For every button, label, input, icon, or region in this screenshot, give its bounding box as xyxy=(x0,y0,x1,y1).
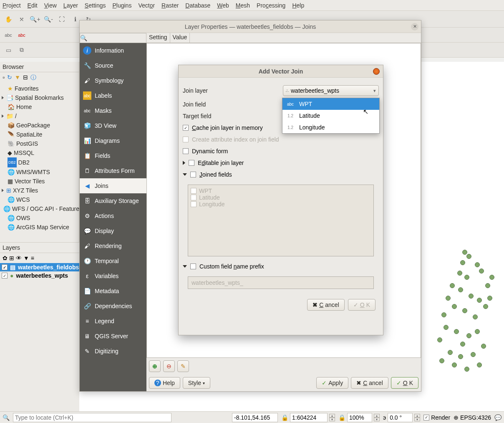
rotation-input[interactable] xyxy=(388,413,413,422)
sidebar-search-input[interactable] xyxy=(80,33,146,43)
dropdown-item-longitude[interactable]: 1.2 Longitude xyxy=(282,122,379,133)
menu-database[interactable]: Database xyxy=(185,2,210,9)
layer-checkbox[interactable] xyxy=(2,273,8,279)
menubar[interactable]: Project Edit View Layer Settings Plugins… xyxy=(0,0,504,11)
pan-icon[interactable]: ✋ xyxy=(3,13,14,25)
visibility-icon[interactable]: 👁 xyxy=(16,255,22,261)
expand-icon[interactable] xyxy=(183,173,187,176)
tab-display[interactable]: 💬Display xyxy=(80,223,146,238)
zoom-in-icon[interactable]: 🔍+ xyxy=(29,13,41,25)
close-icon[interactable]: ✕ xyxy=(411,23,418,30)
close-icon[interactable] xyxy=(373,68,380,75)
refresh-icon[interactable]: ↻ xyxy=(7,74,12,81)
add-group-icon[interactable]: ⊞ xyxy=(9,255,14,261)
zoom-full-icon[interactable]: ⛶ xyxy=(56,13,68,25)
wrench-icon: 🔧 xyxy=(83,61,91,70)
tab-information[interactable]: iInformation xyxy=(80,43,146,58)
browser-tree[interactable]: ★Favorites 📑Spatial Bookmarks 🏠Home 📁/ 📦… xyxy=(0,83,79,233)
filter-icon[interactable]: ▼ xyxy=(15,74,20,81)
add-join-button[interactable]: ⊕ xyxy=(149,360,161,372)
copy-icon[interactable]: ⧉ xyxy=(16,44,28,56)
help-button[interactable]: ?Help xyxy=(149,377,180,389)
expand-icon[interactable]: ≡ xyxy=(31,255,34,261)
collapse-icon[interactable]: ⊟ xyxy=(23,74,28,81)
tab-digitizing[interactable]: ✎Digitizing xyxy=(80,344,146,359)
join-field-dropdown[interactable]: abc WPT 1.2 Latitude 1.2 Longitude xyxy=(282,98,380,134)
messages-icon[interactable]: 💬 xyxy=(494,414,501,421)
prefix-checkbox[interactable] xyxy=(190,263,196,269)
cancel-button[interactable]: ✖Cancel xyxy=(351,377,388,389)
crs-label[interactable]: EPSG:4326 xyxy=(460,414,491,421)
menu-help[interactable]: Help xyxy=(292,2,304,9)
expand-icon[interactable] xyxy=(183,265,187,268)
coords-input[interactable] xyxy=(232,413,278,422)
menu-web[interactable]: Web xyxy=(217,2,229,9)
join-cancel-button[interactable]: ✖Cancel xyxy=(307,299,345,311)
menu-view[interactable]: View xyxy=(44,2,57,9)
tab-fields[interactable]: 📋Fields xyxy=(80,148,146,163)
apply-button[interactable]: ✓Apply xyxy=(316,377,348,389)
tab-rendering[interactable]: 🖌Rendering xyxy=(80,238,146,253)
tab-labels[interactable]: abcLabels xyxy=(80,88,146,103)
select-icon[interactable]: ▭ xyxy=(3,44,14,56)
tab-actions[interactable]: ⚙Actions xyxy=(80,208,146,223)
tab-attributes-form[interactable]: 🗒Attributes Form xyxy=(80,163,146,178)
locate-input[interactable] xyxy=(13,413,171,422)
expand-icon[interactable] xyxy=(183,161,185,165)
style-icon[interactable]: ✿ xyxy=(3,255,8,261)
dialog-title: Layer Properties — waterbeetles_fieldobs… xyxy=(80,20,421,33)
editable-checkbox[interactable] xyxy=(189,160,194,166)
join-ok-button[interactable]: ✓OK xyxy=(348,299,375,311)
menu-raster[interactable]: Raster xyxy=(161,2,179,9)
tab-diagrams[interactable]: 📊Diagrams xyxy=(80,133,146,148)
zoom-out-icon[interactable]: 🔍- xyxy=(43,13,54,25)
tab-temporal[interactable]: 🕐Temporal xyxy=(80,253,146,268)
remove-join-button[interactable]: ⊖ xyxy=(163,360,175,372)
type-badge-abc: abc xyxy=(285,102,296,106)
edit-join-button[interactable]: ✎ xyxy=(177,360,189,372)
tooltip-icon: 💬 xyxy=(83,227,91,235)
tab-auxiliary[interactable]: 🗄Auxiliary Storage xyxy=(80,193,146,208)
properties-icon[interactable]: ⓘ xyxy=(30,74,36,81)
tab-legend[interactable]: ≡Legend xyxy=(80,314,146,329)
type-badge-number: 1.2 xyxy=(285,114,296,118)
tab-source[interactable]: 🔧Source xyxy=(80,58,146,73)
tab-metadata[interactable]: 📄Metadata xyxy=(80,284,146,299)
joined-fields-checkbox[interactable] xyxy=(190,172,196,177)
menu-project[interactable]: Project xyxy=(3,2,21,9)
menu-processing[interactable]: Processing xyxy=(257,2,285,9)
cache-checkbox[interactable] xyxy=(183,125,189,131)
lock-icon[interactable]: 🔒 xyxy=(338,414,345,421)
ok-button[interactable]: ✓OK xyxy=(391,377,418,389)
label-red-icon[interactable]: abc xyxy=(16,29,28,41)
menu-mesh[interactable]: Mesh xyxy=(236,2,250,9)
layer-checkbox[interactable] xyxy=(2,264,8,270)
tab-3dview[interactable]: 🧊3D View xyxy=(80,118,146,133)
magnifier-input[interactable] xyxy=(347,413,372,422)
tab-joins[interactable]: ◀Joins xyxy=(80,178,146,193)
label-abc-icon[interactable]: abc xyxy=(3,29,14,41)
dynamic-checkbox[interactable] xyxy=(183,148,189,154)
menu-vector[interactable]: Vector xyxy=(138,2,155,9)
menu-layer[interactable]: Layer xyxy=(63,2,78,9)
style-button[interactable]: Style▾ xyxy=(183,377,210,389)
scale-input[interactable] xyxy=(290,413,328,422)
join-layer-combo[interactable]: ∴waterbeetles_wpts xyxy=(283,85,379,96)
pan-selection-icon[interactable]: ⤧ xyxy=(16,13,28,25)
menu-settings[interactable]: Settings xyxy=(85,2,106,9)
menu-edit[interactable]: Edit xyxy=(28,2,38,9)
tab-variables[interactable]: εVariables xyxy=(80,268,146,284)
crs-icon[interactable]: ⊕ xyxy=(454,414,459,421)
index-checkbox xyxy=(183,137,189,142)
tab-symbology[interactable]: 🖌Symbology xyxy=(80,73,146,88)
tab-qgis-server[interactable]: 🖥QGIS Server xyxy=(80,329,146,344)
tab-masks[interactable]: abcMasks xyxy=(80,103,146,118)
add-layer-icon[interactable]: ▫ xyxy=(3,74,5,81)
point-icon: ∴ xyxy=(286,89,288,93)
layer-row-fieldobs[interactable]: ▤ waterbeetles_fieldobs xyxy=(0,263,79,271)
layer-row-wpts[interactable]: ● waterbeetles_wpts xyxy=(0,271,79,280)
tab-dependencies[interactable]: 🔗Dependencies xyxy=(80,299,146,314)
render-checkbox[interactable] xyxy=(423,415,429,420)
menu-plugins[interactable]: Plugins xyxy=(112,2,131,9)
filter-icon[interactable]: ▼ xyxy=(23,255,29,261)
